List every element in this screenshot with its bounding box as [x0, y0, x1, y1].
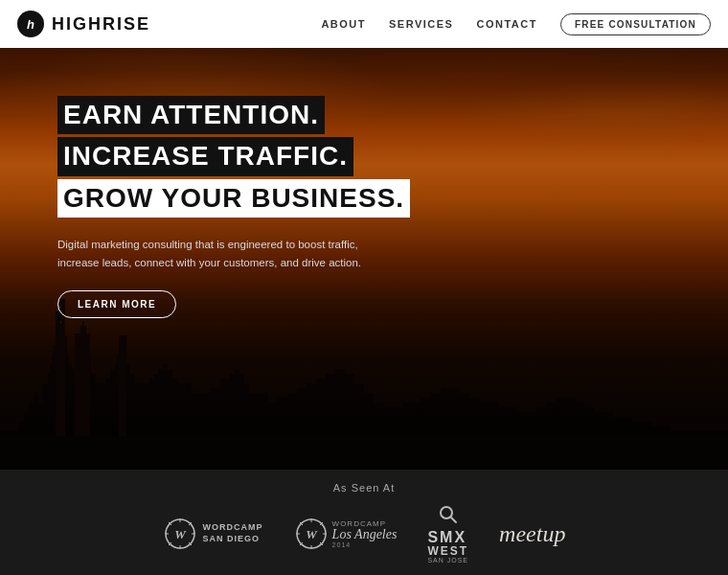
hero-subtext: Digital marketing consulting that is eng…	[57, 236, 402, 271]
wordcamp-sandiego-logo: W WORDCAMP SAN DIEGO	[163, 517, 263, 551]
nav-links: ABOUT SERVICES CONTACT FREE CONSULTATION	[321, 13, 711, 35]
smx-logo: SMX WEST SAN JOSE	[427, 505, 468, 564]
svg-rect-7	[0, 436, 728, 470]
svg-rect-1	[59, 299, 65, 460]
nav-link-services[interactable]: SERVICES	[389, 18, 453, 30]
svg-rect-6	[60, 322, 61, 323]
meetup-text: meetup	[499, 521, 565, 547]
wordcamp-sandiego-text: WORDCAMP SAN DIEGO	[203, 522, 263, 544]
as-seen-logos: W WORDCAMP SAN DIEGO W WORDCA	[163, 505, 566, 564]
smx-search-icon	[439, 505, 458, 524]
wordcamp-la-icon: W	[294, 517, 329, 551]
free-consultation-button[interactable]: FREE CONSULTATION	[560, 13, 711, 35]
brand-name: HIGHRISE	[52, 14, 150, 34]
svg-text:W: W	[174, 527, 187, 541]
svg-line-29	[451, 518, 456, 522]
learn-more-button[interactable]: LEARN MORE	[57, 290, 176, 318]
nav-link-contact[interactable]: CONTACT	[476, 18, 536, 30]
meetup-logo: meetup	[499, 521, 565, 547]
smx-text: SMX WEST SAN JOSE	[427, 530, 468, 564]
headline-line-3: GROW YOUR BUSINESS.	[57, 179, 410, 218]
nav-link-about[interactable]: ABOUT	[321, 18, 366, 30]
hero-content: EARN ATTENTION. INCREASE TRAFFIC. GROW Y…	[57, 96, 671, 318]
hero-section: EARN ATTENTION. INCREASE TRAFFIC. GROW Y…	[0, 0, 728, 470]
headline-line-2: INCREASE TRAFFIC.	[57, 137, 353, 175]
svg-point-28	[441, 507, 452, 518]
as-seen-at-section: As Seen At W WORDCAMP SAN DIEGO	[0, 470, 728, 575]
navbar: h HIGHRISE ABOUT SERVICES CONTACT FREE C…	[0, 0, 728, 48]
hero-headline: EARN ATTENTION. INCREASE TRAFFIC. GROW Y…	[57, 96, 671, 220]
svg-text:W: W	[306, 527, 318, 541]
wordcamp-la-logo: W WORDCAMP Los Angeles 2014	[294, 517, 398, 551]
wordcamp-la-text: WORDCAMP Los Angeles 2014	[332, 519, 398, 548]
logo-letter: h	[27, 17, 34, 32]
wordcamp-icon: W	[163, 517, 197, 551]
brand: h HIGHRISE	[17, 11, 150, 37]
as-seen-label: As Seen At	[333, 482, 395, 494]
headline-line-1: EARN ATTENTION.	[57, 96, 325, 134]
logo-icon: h	[17, 11, 44, 37]
